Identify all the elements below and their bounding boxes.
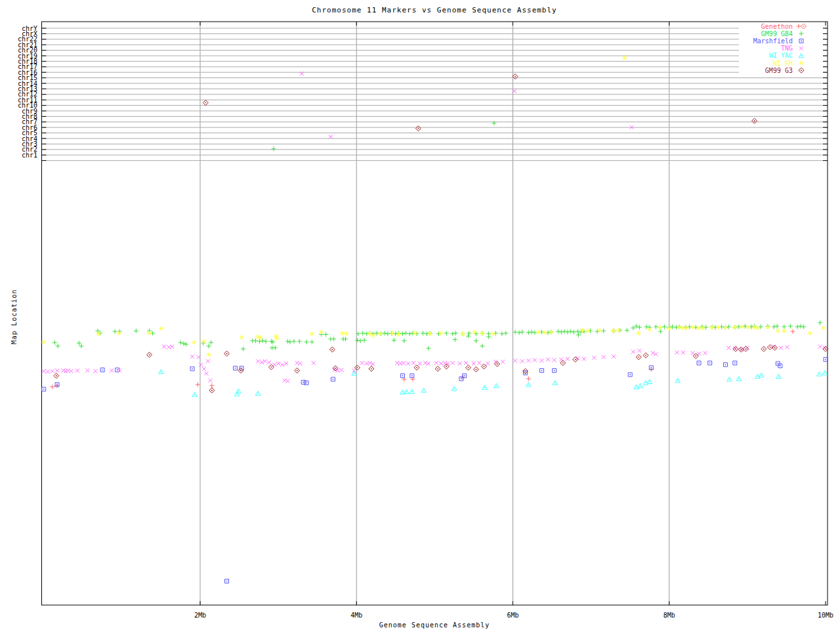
series-wi-rh-points	[41, 56, 826, 358]
legend-item-label: TNG	[781, 45, 793, 52]
x-tick-label: 2Mb	[194, 612, 206, 619]
x-axis-label: Genome Sequence Assembly	[41, 621, 828, 629]
chart-title: Chromosome 11 Markers vs Genome Sequence…	[41, 6, 828, 14]
series-wi-yac-dots	[161, 371, 826, 395]
x-tick-label: 10Mb	[818, 612, 833, 619]
legend-item-label: Genethon	[761, 23, 793, 30]
legend-item-label: WI RH	[773, 60, 793, 67]
legend-swatch-dot	[801, 41, 802, 42]
series-marshfield-dots	[43, 359, 826, 581]
legend-item-label: GM99 GB4	[761, 30, 793, 37]
legend-item-label: Marshfield	[753, 37, 793, 45]
legend-swatch	[799, 61, 804, 66]
legend-swatch-dot	[801, 55, 802, 56]
chromosome-row-label: chr1	[22, 152, 37, 159]
series-wi-yac-points	[159, 369, 828, 396]
series-gm99-gb4-points	[52, 121, 822, 351]
series-gm99-g3-dots	[56, 76, 826, 391]
legend-swatch-dot	[801, 70, 802, 71]
y-axis-label: Map Location	[10, 281, 18, 353]
legend-swatch-dot	[803, 26, 805, 27]
x-tick-label: 8Mb	[663, 612, 675, 619]
legend-item-label: GM99 G3	[765, 67, 793, 74]
x-tick-label: 6Mb	[507, 612, 518, 619]
chart-canvas: chrYchrXchr22chr21chr20chr19chr18chr17ch…	[0, 0, 840, 630]
plot-border	[42, 22, 828, 605]
legend-item-label: WI YAC	[769, 52, 793, 59]
series-marshfield-points	[42, 358, 828, 583]
chart-page: Chromosome 11 Markers vs Genome Sequence…	[0, 0, 840, 630]
x-tick-label: 4Mb	[350, 612, 362, 619]
series-tng-points	[42, 64, 827, 383]
series-genethon-points	[50, 329, 795, 389]
